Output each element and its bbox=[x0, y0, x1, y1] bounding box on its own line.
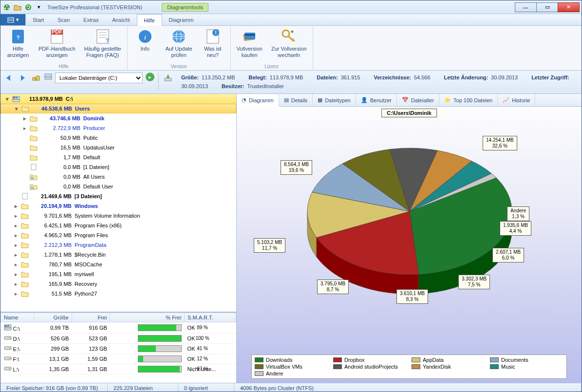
expand-icon[interactable]: ▸ bbox=[22, 115, 28, 122]
tree-row[interactable]: ▸51,5 MBPython27 bbox=[0, 289, 236, 299]
expand-icon[interactable]: ▾ bbox=[14, 106, 19, 112]
tree-row[interactable]: ▸1.278,1 MB$Recycle.Bin bbox=[0, 250, 236, 260]
drive-row[interactable]: F:\13,1 GB1,59 GB12 %OK bbox=[1, 354, 236, 364]
legend-item[interactable]: Documents bbox=[490, 357, 563, 363]
view-tab-diagramm[interactable]: ◔Diagramm bbox=[237, 94, 279, 107]
expand-icon[interactable]: ▸ bbox=[13, 252, 19, 258]
drive-row[interactable]: E:\299 GB123 GB41 %OK bbox=[1, 344, 236, 354]
svg-point-2 bbox=[5, 7, 6, 9]
was-ist-neu-button[interactable]: !Was istneu? bbox=[199, 28, 226, 63]
qat-open-icon[interactable] bbox=[13, 3, 22, 12]
chart-data-label: 5.103,2 MB11,7 % bbox=[254, 238, 285, 253]
tree-row[interactable]: ▸2.212,3 MBProgramData bbox=[0, 240, 236, 250]
tree-row[interactable]: ▸20.194,9 MBWindows bbox=[0, 201, 236, 211]
expand-icon[interactable]: ▸ bbox=[22, 125, 28, 131]
close-button[interactable]: ✕ bbox=[558, 2, 580, 12]
hilfe-anzeigen-button[interactable]: ?Hilfeanzeigen bbox=[4, 28, 32, 63]
file-icon bbox=[30, 164, 38, 170]
tree-row[interactable]: ▸780,7 MBMSOCache bbox=[0, 260, 236, 269]
legend-item[interactable]: Downloads bbox=[255, 357, 328, 363]
expand-icon[interactable]: ▸ bbox=[13, 242, 19, 248]
tree-row[interactable]: 0,0 MBAll Users bbox=[0, 172, 236, 182]
view-tab-details[interactable]: ▤Details bbox=[279, 94, 313, 106]
drives-table[interactable]: NameGrößeFrei% FreiS.M.A.R.T. C:\0,99 TB… bbox=[0, 313, 236, 374]
menu-tab-hilfe[interactable]: Hilfe bbox=[137, 14, 162, 26]
tree-row[interactable]: ▸2.722,9 MBProducer bbox=[0, 123, 236, 133]
auf-update-button[interactable]: Auf Updateprüfen bbox=[164, 28, 194, 63]
zur-vollversion-button[interactable]: Zur Vollversionwechseln bbox=[269, 28, 309, 63]
menu-tab-ansicht[interactable]: Ansicht bbox=[106, 14, 137, 25]
drives-header[interactable]: % Frei bbox=[110, 313, 185, 322]
tree-row[interactable]: ▸195,1 MBmyriwell bbox=[0, 269, 236, 279]
legend-item[interactable]: AppData bbox=[412, 357, 485, 363]
drives-header[interactable]: Name bbox=[1, 313, 34, 322]
directory-tree[interactable]: ▾113.978,9 MBC:\▾46.538,6 MBUsers▸43.746… bbox=[0, 94, 236, 312]
menu-tab-diagramm[interactable]: Diagramm bbox=[162, 14, 201, 25]
tree-row[interactable]: ▸4.965,2 MBProgram Files bbox=[0, 230, 236, 240]
tree-row[interactable]: 16,5 MBUpdatusUser bbox=[0, 143, 236, 152]
stat-key: Belegt: bbox=[249, 74, 267, 82]
qat-dropdown-icon[interactable]: ▾ bbox=[35, 3, 43, 12]
tree-row[interactable]: 0,0 MB[1 Dateien] bbox=[0, 162, 236, 172]
tree-row[interactable]: 50,9 MBPublic bbox=[0, 133, 236, 143]
tree-size: 6.425,1 MB bbox=[31, 223, 75, 228]
tree-row[interactable]: ▸6.425,1 MBProgram Files (x86) bbox=[0, 221, 236, 230]
legend-item[interactable]: Music bbox=[490, 364, 563, 370]
expand-icon[interactable]: ▾ bbox=[4, 96, 10, 102]
menu-tab-extras[interactable]: Extras bbox=[76, 14, 105, 25]
legend-item[interactable]: Dropbox bbox=[333, 357, 407, 363]
tree-row[interactable]: 21.469,6 MB[3 Dateien] bbox=[0, 191, 236, 201]
drive-row[interactable]: C:\0,99 TB916 GB89 %OK bbox=[1, 322, 236, 334]
tree-row[interactable]: 0,0 MBDefault User bbox=[0, 182, 236, 191]
file-menu-button[interactable]: ▾ bbox=[0, 14, 26, 25]
legend-item[interactable]: Android studioProjects bbox=[333, 364, 407, 370]
drives-header[interactable]: Größe bbox=[34, 313, 72, 322]
drives-header[interactable]: Frei bbox=[72, 313, 110, 322]
hdd-icon bbox=[4, 356, 12, 362]
tree-row[interactable]: ▸9.701,6 MBSystem Volume Information bbox=[0, 211, 236, 221]
faq-button[interactable]: ?Häufig gestellteFragen (FAQ) bbox=[82, 28, 123, 63]
drive-row[interactable]: L:\1,35 GB1,31 GB97 %Nicht unte... bbox=[1, 364, 236, 374]
menu-tab-scan[interactable]: Scan bbox=[51, 14, 76, 25]
view-tab-dateialter[interactable]: 📅Dateialter bbox=[397, 94, 439, 106]
forward-button[interactable] bbox=[17, 73, 28, 83]
expand-icon[interactable]: ▸ bbox=[13, 271, 19, 278]
drive-row[interactable]: D:\526 GB523 GB100 %OK bbox=[1, 334, 236, 344]
expand-icon[interactable]: ▸ bbox=[13, 281, 19, 287]
up-button[interactable] bbox=[31, 73, 41, 83]
vollversion-kaufen-button[interactable]: Vollversionkaufen bbox=[235, 28, 264, 63]
view-tab-historie[interactable]: 📈Historie bbox=[498, 94, 535, 106]
back-button[interactable] bbox=[3, 73, 14, 83]
expand-icon[interactable]: ▸ bbox=[13, 213, 19, 219]
drive-icon bbox=[4, 326, 12, 332]
qat-app-icon[interactable] bbox=[2, 3, 11, 12]
go-button[interactable]: ▸ bbox=[146, 73, 154, 81]
drives-header[interactable]: S.M.A.R.T. bbox=[185, 313, 236, 322]
menu-tab-start[interactable]: Start bbox=[26, 14, 51, 25]
legend-item[interactable]: Andere bbox=[255, 371, 328, 376]
expand-icon[interactable]: ▸ bbox=[13, 232, 19, 239]
view-tab-dateitypen[interactable]: ▦Dateitypen bbox=[313, 94, 356, 106]
view-tab-top-100-dateien[interactable]: ⭐Top 100 Dateien bbox=[439, 94, 498, 106]
path-selector[interactable]: Lokaler Datenträger (C:) bbox=[55, 73, 143, 83]
tree-row[interactable]: 1,7 MBDefault bbox=[0, 152, 236, 162]
tree-row[interactable]: ▾113.978,9 MBC:\ bbox=[0, 94, 236, 104]
tree-row[interactable]: ▾46.538,6 MBUsers bbox=[0, 104, 236, 113]
minimize-button[interactable]: — bbox=[515, 2, 537, 12]
view-tab-benutzer[interactable]: 👤Benutzer bbox=[356, 94, 397, 106]
maximize-button[interactable]: ▭ bbox=[536, 2, 558, 12]
expand-icon[interactable]: ▸ bbox=[13, 203, 19, 209]
qat-refresh-icon[interactable] bbox=[24, 3, 33, 12]
expand-icon[interactable]: ▸ bbox=[13, 291, 19, 297]
tree-row[interactable]: ▸43.746,6 MBDominik bbox=[0, 113, 236, 123]
legend-item[interactable]: VirtualBox VMs bbox=[255, 364, 328, 370]
refresh-scan-icon[interactable] bbox=[163, 73, 173, 83]
svg-rect-45 bbox=[7, 325, 9, 327]
tree-row[interactable]: ▸165,9 MBRecovery bbox=[0, 279, 236, 289]
info-button[interactable]: iInfo bbox=[131, 28, 159, 63]
legend-item[interactable]: YandexDisk bbox=[412, 364, 485, 370]
pdf-handbuch-button[interactable]: PDFPDF-Handbuchanzeigen bbox=[37, 28, 77, 63]
expand-icon[interactable]: ▸ bbox=[13, 261, 19, 268]
contextual-tab[interactable]: Diagrammtools bbox=[162, 3, 208, 12]
expand-icon[interactable]: ▸ bbox=[13, 223, 19, 229]
